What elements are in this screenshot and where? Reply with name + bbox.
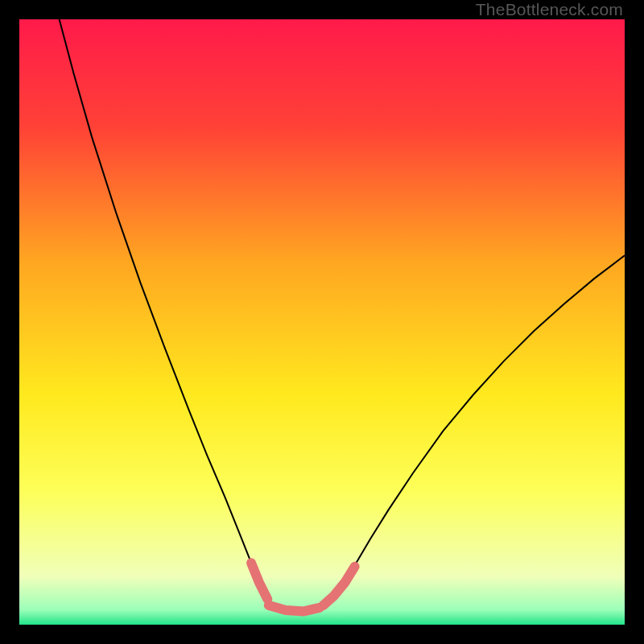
series-highlight-bottom [269,605,320,612]
chart-frame [19,19,625,625]
watermark-text: TheBottleneck.com [476,0,623,19]
gradient-background [19,19,625,625]
chart-svg [19,19,625,625]
